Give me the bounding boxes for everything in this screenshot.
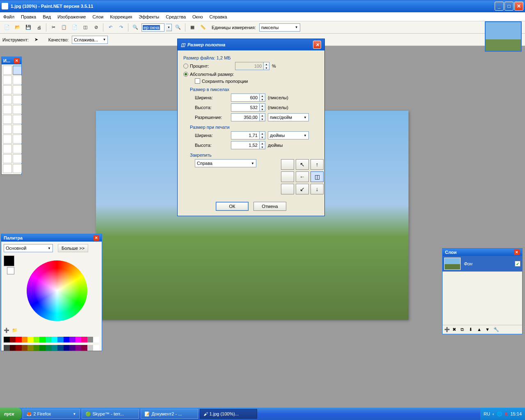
width-px-spinner[interactable]: ▲▼	[260, 94, 265, 102]
new-icon[interactable]: 📄	[2, 23, 11, 32]
paste-icon[interactable]: 📄	[70, 23, 79, 32]
layer-row[interactable]: Фон ✓	[443, 256, 522, 272]
color-picker-tool[interactable]	[13, 125, 22, 134]
maximize-button[interactable]: □	[504, 2, 514, 11]
pencil-tool[interactable]	[3, 125, 12, 134]
percent-radio[interactable]	[183, 64, 188, 68]
undo-icon[interactable]: ↶	[106, 23, 115, 32]
menu-edit[interactable]: Правка	[21, 14, 36, 19]
ruler-icon[interactable]: 📏	[199, 23, 208, 32]
move-selection-tool[interactable]	[13, 75, 22, 84]
rectangle-tool[interactable]	[3, 154, 12, 163]
clone-tool[interactable]	[3, 135, 12, 144]
palette-close-icon[interactable]: ✕	[94, 235, 99, 241]
dialog-titlebar[interactable]: ◫ Размер полотна ✕	[178, 39, 324, 50]
brush-tool[interactable]	[3, 115, 12, 124]
crop-icon[interactable]: ◫	[81, 23, 90, 32]
print-unit-combo[interactable]: дюймы▼	[268, 131, 309, 139]
menu-layers[interactable]: Слои	[92, 14, 103, 19]
color-wheel[interactable]	[27, 260, 87, 321]
redo-icon[interactable]: ↷	[116, 23, 126, 32]
width-print-input[interactable]: 1,71	[231, 131, 260, 139]
anchor-se[interactable]: ↓	[310, 184, 324, 194]
absolute-radio[interactable]	[183, 72, 188, 77]
duplicate-layer-icon[interactable]: ⧉	[461, 327, 468, 334]
save-icon[interactable]: 💾	[24, 23, 33, 32]
tray-chevron-icon[interactable]: ‹	[493, 411, 494, 416]
palette-mode-combo[interactable]: Основной▼	[4, 244, 53, 252]
anchor-ne[interactable]: ↑	[310, 159, 324, 170]
height-px-spinner[interactable]: ▲▼	[260, 103, 265, 112]
paint-bucket-tool[interactable]	[3, 105, 12, 114]
add-color-icon[interactable]: ➕	[4, 328, 10, 334]
layer-properties-icon[interactable]: 🔧	[493, 327, 501, 334]
color-strip[interactable]	[4, 337, 99, 342]
resolution-input[interactable]: 350,00	[231, 113, 260, 121]
taskbar-firefox[interactable]: 🦊2 Firefox▼	[23, 409, 80, 419]
rect-select-tool[interactable]	[3, 66, 12, 75]
zoom-tool[interactable]	[13, 85, 22, 94]
menu-effects[interactable]: Эффекты	[139, 14, 159, 19]
anchor-sw[interactable]	[281, 184, 294, 194]
document-thumbnail[interactable]	[485, 21, 522, 52]
width-px-input[interactable]: 600	[231, 94, 260, 102]
dialog-close-button[interactable]: ✕	[313, 41, 321, 49]
taskbar-paint[interactable]: 🖌1.jpg (100%)...	[200, 409, 257, 419]
height-print-input[interactable]: 1,52	[231, 141, 260, 149]
freeform-tool[interactable]	[13, 164, 22, 173]
layer-visible-checkbox[interactable]: ✓	[515, 261, 520, 267]
secondary-color-swatch[interactable]	[7, 267, 14, 274]
palette-manage-icon[interactable]: 📁	[12, 328, 18, 334]
gradient-tool[interactable]	[13, 105, 22, 114]
tray-av-icon[interactable]: K	[505, 411, 508, 416]
zoom-in-icon[interactable]: 🔍	[173, 23, 183, 32]
move-up-icon[interactable]: ▲	[477, 327, 484, 334]
width-print-spinner[interactable]: ▲▼	[260, 131, 265, 139]
quality-combo[interactable]: Сглажива...▼	[72, 36, 108, 44]
recolor-tool[interactable]	[13, 135, 22, 144]
anchor-e[interactable]: ◫	[310, 171, 324, 182]
tray-lang[interactable]: RU	[484, 411, 490, 416]
move-tool[interactable]	[13, 66, 22, 75]
tools-window-title[interactable]: И... ✕	[2, 57, 21, 64]
open-icon[interactable]: 📂	[13, 23, 22, 32]
resolution-spinner[interactable]: ▲▼	[260, 113, 265, 121]
tools-close-icon[interactable]: ✕	[14, 58, 20, 64]
text-tool[interactable]	[3, 144, 12, 153]
anchor-combo[interactable]: Справа▼	[195, 159, 256, 167]
menu-help[interactable]: Справка	[210, 14, 227, 19]
menu-file[interactable]: Файл	[3, 14, 14, 19]
layers-close-icon[interactable]: ✕	[514, 249, 520, 255]
start-button[interactable]: пуск	[0, 408, 22, 420]
zoom-out-icon[interactable]: 🔍	[131, 23, 140, 32]
taskbar-word[interactable]: 📝Документ2 - ...	[141, 409, 198, 419]
menu-tools[interactable]: Средства	[166, 14, 186, 19]
menu-adjustments[interactable]: Коррекция	[110, 14, 132, 19]
anchor-n[interactable]: ↖	[296, 159, 309, 170]
close-button[interactable]: ✕	[514, 2, 523, 11]
menu-window[interactable]: Окно	[192, 14, 203, 19]
resolution-unit-combo[interactable]: пикс/дюйм▼	[268, 113, 309, 121]
ellipse-tool[interactable]	[3, 164, 12, 173]
move-down-icon[interactable]: ▼	[485, 327, 493, 334]
grid-icon[interactable]: ▦	[188, 23, 197, 32]
zoom-input[interactable]: ер окна	[142, 23, 164, 32]
anchor-w[interactable]	[281, 171, 294, 182]
primary-color-swatch[interactable]	[4, 256, 14, 266]
rounded-rect-tool[interactable]	[13, 154, 22, 163]
palette-more-button[interactable]: Больше >>	[58, 244, 88, 252]
deselect-icon[interactable]: ⊘	[91, 23, 100, 32]
cancel-button[interactable]: Отмена	[253, 202, 286, 211]
anchor-nw[interactable]	[281, 159, 294, 170]
merge-down-icon[interactable]: ⬇	[469, 327, 476, 334]
lasso-tool[interactable]	[3, 75, 12, 84]
line-tool[interactable]	[13, 144, 22, 153]
current-tool-icon[interactable]: ➤	[32, 35, 41, 44]
print-icon[interactable]: 🖨	[34, 23, 43, 32]
height-print-spinner[interactable]: ▲▼	[260, 141, 265, 149]
height-px-input[interactable]: 532	[231, 103, 260, 112]
copy-icon[interactable]: 📋	[59, 23, 68, 32]
ok-button[interactable]: ОК	[216, 202, 249, 211]
units-combo[interactable]: пикселы▼	[259, 23, 300, 32]
anchor-c[interactable]: ←	[296, 171, 309, 182]
